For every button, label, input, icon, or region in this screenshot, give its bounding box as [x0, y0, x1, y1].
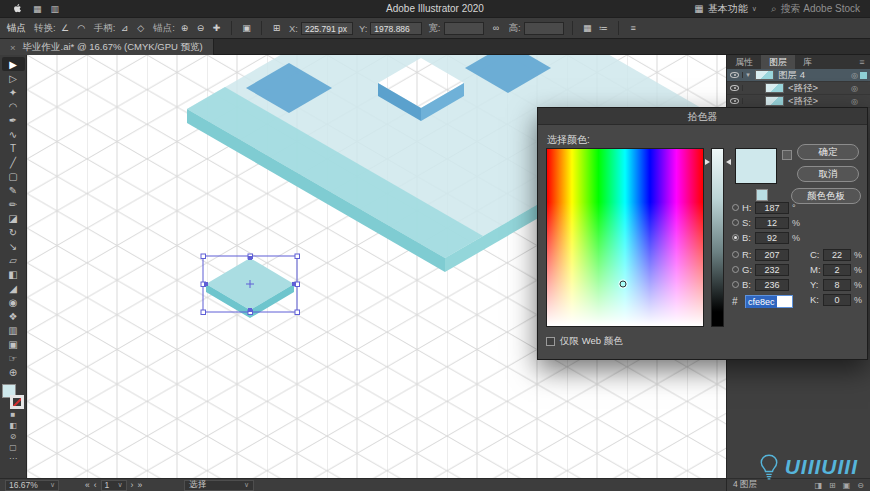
value-input[interactable]: 8 — [823, 279, 851, 291]
arrange-documents-icon[interactable]: ▥ — [51, 4, 60, 14]
isolate-icon[interactable]: ▣ — [240, 23, 253, 33]
radio-button[interactable] — [732, 251, 739, 258]
link-dimensions-icon[interactable]: ∞ — [490, 23, 503, 33]
column-graph-tool[interactable]: ▥ — [2, 323, 25, 337]
layer-name[interactable]: <路径> — [788, 95, 849, 108]
layer-name[interactable]: <路径> — [788, 82, 849, 95]
paintbrush-tool[interactable]: ✎ — [2, 183, 25, 197]
curvature-tool[interactable]: ∿ — [2, 127, 25, 141]
radio-button[interactable] — [732, 266, 739, 273]
height-input[interactable] — [524, 22, 564, 35]
ok-button[interactable]: 确定 — [797, 144, 859, 160]
pen-tool[interactable]: ✒ — [2, 113, 25, 127]
value-input[interactable]: 12 — [755, 217, 789, 229]
anchor-edit-icon[interactable]: ✚ — [210, 23, 223, 33]
layer-row[interactable]: <路径> ◎ — [727, 82, 870, 95]
value-input[interactable]: 22 — [823, 249, 851, 261]
hex-input[interactable]: cfe8ec — [745, 295, 793, 308]
shape-builder-tool[interactable]: ▱ — [2, 253, 25, 267]
radio-button[interactable] — [732, 219, 739, 226]
x-input[interactable]: 225.791 px — [301, 22, 353, 35]
document-tab[interactable]: × 毕业作业.ai* @ 16.67% (CMYK/GPU 预览) — [0, 39, 214, 55]
more-tools-icon[interactable]: ⋯ — [2, 453, 25, 464]
anchor-edit-icon[interactable]: ⊖ — [194, 23, 207, 33]
panel-menu-icon[interactable]: ≡ — [854, 55, 870, 69]
apple-menu[interactable] — [12, 2, 23, 15]
color-field[interactable] — [546, 148, 704, 327]
anchor-edit-icon[interactable]: ⊕ — [178, 23, 191, 33]
previous-artboard-icon[interactable]: ‹ — [94, 480, 97, 490]
zoom-dropdown[interactable]: 16.67% ∨ — [5, 480, 59, 491]
radio-button[interactable] — [732, 234, 739, 241]
convert-anchor-icon[interactable]: ∠ — [59, 23, 72, 33]
fill-stroke-widget[interactable] — [2, 384, 24, 409]
value-input[interactable]: 236 — [755, 279, 789, 291]
artboard-dropdown[interactable]: 1 ∨ — [101, 480, 127, 491]
brightness-slider[interactable] — [711, 148, 724, 327]
symbol-sprayer-tool[interactable]: ❖ — [2, 309, 25, 323]
checkbox[interactable] — [546, 337, 555, 346]
target-circle-icon[interactable]: ◎ — [851, 97, 858, 106]
value-input[interactable]: 92 — [755, 232, 789, 244]
convert-anchor-icon[interactable]: ◠ — [75, 23, 88, 33]
transform-option-icon[interactable]: ▦ — [581, 23, 594, 33]
visibility-eye-icon[interactable] — [727, 85, 743, 91]
slider-arrow-left-icon[interactable] — [705, 159, 710, 165]
selection-tool[interactable]: ▶ — [2, 57, 25, 71]
hand-tool[interactable]: ☞ — [2, 351, 25, 365]
close-icon[interactable]: × — [10, 42, 16, 53]
value-input[interactable]: 232 — [755, 264, 789, 276]
eraser-tool[interactable]: ◪ — [2, 211, 25, 225]
workspace-switcher[interactable]: ▦ 基本功能 ∨ — [694, 2, 757, 16]
status-tool-dropdown[interactable]: 选择 ∨ — [184, 480, 254, 491]
value-input[interactable]: 0 — [823, 294, 851, 306]
gradient-swatch-icon[interactable]: ◧ — [2, 420, 25, 431]
make-clip-mask-icon[interactable]: ◨ — [814, 481, 822, 490]
new-layer-icon[interactable]: ▣ — [843, 481, 851, 490]
web-colors-option[interactable]: 仅限 Web 颜色 — [546, 335, 623, 348]
last-artboard-icon[interactable]: » — [137, 480, 142, 490]
blend-tool[interactable]: ◉ — [2, 295, 25, 309]
first-artboard-icon[interactable]: « — [85, 480, 90, 490]
layer-row[interactable]: ▾ 图层 4 ◎ — [727, 69, 870, 82]
line-segment-tool[interactable]: ╱ — [2, 155, 25, 169]
handle-icon[interactable]: ◇ — [134, 23, 147, 33]
stock-search[interactable]: ⌕ 搜索 Adobe Stock — [771, 2, 860, 16]
cancel-button[interactable]: 取消 — [797, 166, 859, 182]
draw-mode-icon[interactable]: ▢ — [2, 442, 25, 453]
width-input[interactable] — [444, 22, 484, 35]
magic-wand-tool[interactable]: ✦ — [2, 85, 25, 99]
delete-selection-icon[interactable]: ⊖ — [857, 481, 864, 490]
dialog-title-bar[interactable]: 拾色器 — [538, 108, 867, 125]
scale-tool[interactable]: ↘ — [2, 239, 25, 253]
radio-button[interactable] — [732, 204, 739, 211]
reference-point-icon[interactable]: ⊞ — [270, 23, 283, 33]
direct-selection-tool[interactable]: ▷ — [2, 71, 25, 85]
stroke-swatch[interactable] — [10, 395, 24, 409]
panel-menu-icon[interactable]: ≡ — [627, 23, 640, 33]
radio-button[interactable] — [732, 281, 739, 288]
target-circle-icon[interactable]: ◎ — [851, 84, 858, 93]
color-swatches-button[interactable]: 颜色色板 — [791, 188, 861, 204]
zoom-tool[interactable]: ⊕ — [2, 365, 25, 379]
layer-name[interactable]: 图层 4 — [778, 69, 849, 82]
next-artboard-icon[interactable]: › — [131, 480, 134, 490]
artboard-tool[interactable]: ▣ — [2, 337, 25, 351]
target-circle-icon[interactable]: ◎ — [851, 71, 858, 80]
none-swatch-icon[interactable]: ⊘ — [2, 431, 25, 442]
rotate-tool[interactable]: ↻ — [2, 225, 25, 239]
handle-icon[interactable]: ⊿ — [118, 23, 131, 33]
panel-tab[interactable]: 库 — [795, 55, 820, 69]
y-input[interactable]: 1978.886 — [370, 22, 422, 35]
value-input[interactable]: 2 — [823, 264, 851, 276]
transform-option-icon[interactable]: ≔ — [597, 23, 610, 33]
visibility-eye-icon[interactable] — [727, 72, 743, 78]
value-input[interactable]: 207 — [755, 249, 789, 261]
app-home-icon[interactable]: ▦ — [33, 4, 42, 14]
pencil-tool[interactable]: ✏ — [2, 197, 25, 211]
lasso-tool[interactable]: ◠ — [2, 99, 25, 113]
visibility-eye-icon[interactable] — [727, 98, 743, 104]
rectangle-tool[interactable]: ▢ — [2, 169, 25, 183]
color-swatch-icon[interactable]: ■ — [2, 409, 25, 420]
color-field-marker[interactable] — [620, 280, 627, 287]
